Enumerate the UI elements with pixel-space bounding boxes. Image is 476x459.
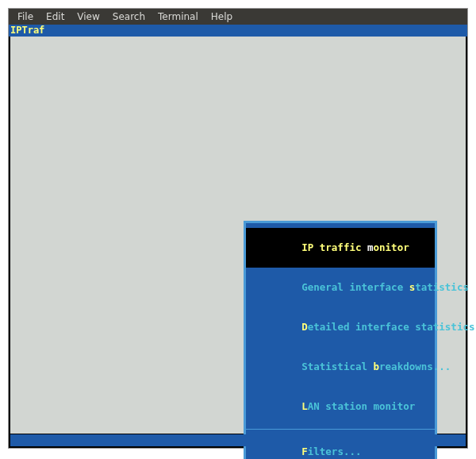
menu-item-label: Detailed interface statistics (301, 321, 474, 333)
menu-item-label: LAN station monitor (301, 400, 415, 412)
menu-item-detailed-interface-statistics[interactable]: Detailed interface statistics (246, 307, 435, 347)
menu-item-label: General interface statistics (301, 281, 469, 293)
menu-item-label: Filters... (301, 446, 361, 457)
menu-terminal[interactable]: Terminal (152, 10, 204, 24)
menu-help[interactable]: Help (205, 10, 238, 24)
main-menu: IP traffic monitor General interface sta… (244, 221, 437, 459)
terminal-body: IP traffic monitor General interface sta… (10, 37, 466, 434)
status-bar (10, 434, 466, 446)
menu-item-label: Statistical breakdowns... (301, 361, 451, 372)
menu-item-label: IP traffic monitor (301, 241, 409, 253)
menu-divider (246, 429, 435, 430)
menu-item-lan-station-monitor[interactable]: LAN station monitor (246, 387, 435, 426)
menu-view[interactable]: View (71, 10, 105, 24)
menu-item-general-interface-statistics[interactable]: General interface statistics (246, 268, 435, 307)
terminal-window: File Edit View Search Terminal Help IPTr… (8, 8, 468, 449)
menu-file[interactable]: File (12, 10, 39, 24)
window-menubar: File Edit View Search Terminal Help (9, 9, 467, 25)
app-title: IPTraf (9, 25, 467, 37)
menu-search[interactable]: Search (107, 10, 151, 24)
menu-item-ip-traffic-monitor[interactable]: IP traffic monitor (246, 228, 435, 268)
menu-item-statistical-breakdowns[interactable]: Statistical breakdowns... (246, 347, 435, 387)
menu-edit[interactable]: Edit (40, 10, 70, 24)
